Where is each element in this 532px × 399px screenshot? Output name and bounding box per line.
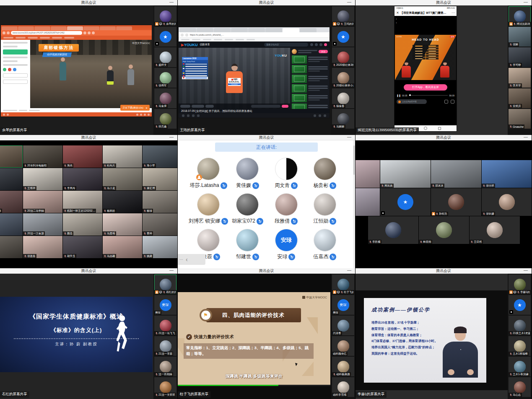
participant-thumbnail[interactable]: 胡升玉 xyxy=(63,236,102,258)
participant-thumbnail[interactable]: 马媚媚 xyxy=(332,109,354,129)
speaker-cell[interactable]: 安琭 安琭 xyxy=(267,229,306,260)
related-video-item[interactable] xyxy=(292,84,328,93)
participant-thumbnail[interactable]: 王玮的屏幕共享 xyxy=(332,6,354,26)
speaker-cell[interactable]: 江恒勋 xyxy=(306,193,344,225)
participant-thumbnail[interactable]: 马心志 xyxy=(509,377,531,397)
nav-recents-icon[interactable] xyxy=(438,127,441,130)
participant-thumbnail[interactable]: 邵冰冰 xyxy=(431,160,481,188)
participant-thumbnail[interactable]: 张盈嘉 xyxy=(23,236,62,258)
participant-thumbnail[interactable]: 二班伍红丽 xyxy=(0,191,23,213)
window-titlebar[interactable]: 腾讯会议 — xyxy=(0,268,177,274)
related-video-item[interactable] xyxy=(292,55,328,64)
participant-thumbnail[interactable]: 姚露 xyxy=(143,236,177,258)
minimize-button[interactable]: — xyxy=(524,268,528,272)
participant-thumbnail[interactable]: 张伟军 xyxy=(154,68,176,88)
participant-thumbnail[interactable]: 动科魏传亿 xyxy=(332,336,354,356)
minimize-button[interactable]: — xyxy=(347,135,351,139)
participant-thumbnail[interactable]: 佘琴的屏幕共享 xyxy=(154,6,176,26)
pause-icon[interactable]: ❚❚ xyxy=(397,94,401,97)
participant-thumbnail[interactable]: 马小龙 xyxy=(103,168,142,190)
participant-thumbnail[interactable]: 海杰 xyxy=(63,145,102,168)
participant-thumbnail[interactable]: 王诗然 xyxy=(470,216,520,244)
window-titlebar[interactable]: 腾讯会议 — xyxy=(0,135,177,140)
participant-thumbnail[interactable]: 孟梓文 xyxy=(154,47,176,67)
participant-thumbnail[interactable]: 李赫1的屏幕共享 xyxy=(509,275,531,294)
participant-thumbnail[interactable]: 王维祥 xyxy=(23,168,62,190)
minimize-button[interactable]: — xyxy=(169,135,174,139)
participant-thumbnail[interactable]: 20级社体班小虎 xyxy=(332,68,354,88)
close-icon[interactable]: ✕ xyxy=(396,11,399,15)
toast-close-icon[interactable]: ✕ xyxy=(145,106,148,109)
scrollbar[interactable] xyxy=(353,140,355,268)
window-titlebar[interactable]: 腾讯会议 — xyxy=(178,268,355,274)
participant-thumbnail[interactable]: 勇 xyxy=(0,145,23,168)
participant-thumbnail[interactable]: 康艺博 xyxy=(143,168,177,190)
channel-card[interactable]: 关注 xyxy=(292,49,328,54)
participant-thumbnail[interactable] xyxy=(356,188,380,216)
minimize-button[interactable]: — xyxy=(169,268,174,272)
bookmarks-bar[interactable] xyxy=(179,38,330,41)
search-input[interactable]: 搜索全站内容 xyxy=(264,43,308,47)
participant-thumbnail[interactable]: 法一肖雨娟 xyxy=(154,357,176,376)
window-titlebar[interactable]: 腾讯会议 — xyxy=(356,268,532,274)
related-video-item[interactable] xyxy=(292,104,328,109)
participant-thumbnail[interactable]: 马晶颖 xyxy=(103,236,142,258)
url-text[interactable]: https://v.youku.com/v_show/id_… xyxy=(190,34,224,36)
participant-thumbnail[interactable]: 李凤玲 xyxy=(63,168,102,190)
bookmarks-bar[interactable] xyxy=(1,36,152,40)
participant-thumbnail[interactable]: 21法一文双双 xyxy=(154,377,176,397)
speaker-cell[interactable]: 胡家宝072 xyxy=(228,193,267,225)
participant-thumbnail[interactable]: 杨家皓 xyxy=(103,191,142,213)
phone-video-area[interactable]: CCTV5 直播 HEAD TO HEAD 打开App，看高清全屏 xyxy=(394,16,457,125)
share-icon[interactable] xyxy=(451,100,454,104)
participant-thumbnail[interactable]: 徐金春 xyxy=(332,88,354,108)
participant-thumbnail[interactable]: 李可铮 xyxy=(509,47,531,67)
participant-thumbnail[interactable]: 党焰滨 xyxy=(509,88,531,108)
participant-thumbnail[interactable]: 动科李雪瑶 xyxy=(332,377,354,397)
window-titlebar[interactable]: 腾讯会议 — xyxy=(356,135,532,140)
participant-thumbnail[interactable]: 21法一李芸 xyxy=(154,336,176,356)
participant-thumbnail[interactable]: 张钦娜 xyxy=(482,188,532,216)
more-icon[interactable]: ⋯ xyxy=(452,11,455,15)
player-controls[interactable] xyxy=(179,104,290,109)
participant-thumbnail[interactable]: 神 xyxy=(0,168,23,190)
open-app-button[interactable]: 打开App，看高清全屏 xyxy=(404,84,447,91)
share-icons[interactable] xyxy=(3,68,28,71)
url-text[interactable]: www.icourse163.org/learn/HUST-1452829165… xyxy=(11,31,82,35)
participant-thumbnail[interactable]: 张媚 xyxy=(509,27,531,47)
participant-thumbnail[interactable]: 土木1-靳清豪 xyxy=(509,357,531,376)
related-video-item[interactable] xyxy=(292,94,328,102)
speaker-cell[interactable]: 伍嘉杰 xyxy=(306,229,344,260)
participant-thumbnail[interactable]: 男 xyxy=(0,236,23,258)
speaker-cell[interactable]: 杨贵彬 xyxy=(306,158,344,189)
participant-thumbnail[interactable]: 20法一汪金源 xyxy=(23,213,62,236)
participant-thumbnail[interactable]: 海小琴 xyxy=(143,145,177,168)
browser-url-bar[interactable]: https://v.youku.com/v_show/id_… xyxy=(179,32,330,38)
participant-thumbnail[interactable]: 21级土木1史建梦 xyxy=(509,316,531,335)
participant-thumbnail[interactable]: 周辰炎 xyxy=(380,160,431,188)
participant-thumbnail[interactable]: 机制一班王岩120202… xyxy=(63,191,102,213)
participant-thumbnail[interactable]: 樊琛 樊琛 xyxy=(332,295,354,315)
participant-thumbnail[interactable]: ★ xyxy=(380,188,431,216)
minimize-button[interactable]: — xyxy=(524,135,528,139)
participant-thumbnail[interactable]: 石红的屏幕共享 xyxy=(154,275,176,294)
participant-thumbnail[interactable]: 颜岳 xyxy=(63,213,102,236)
participant-thumbnail[interactable]: 张佳祺 xyxy=(482,160,532,188)
participant-thumbnail[interactable]: 健 xyxy=(0,213,23,236)
speaker-cell[interactable]: 段雅倩 xyxy=(267,193,306,225)
browser-url-bar[interactable]: www.icourse163.org/learn/HUST-1452829165… xyxy=(1,30,152,36)
playback-progress[interactable]: ❚❚ 00:35 56:09 xyxy=(397,94,454,97)
course-video[interactable]: 肩部锻炼方法 动作视频讲解跟练 中国大学MOOC xyxy=(30,40,152,108)
participant-thumbnail[interactable]: ★ xyxy=(332,27,354,47)
participant-thumbnail[interactable]: 21法一马飞飞 xyxy=(154,316,176,335)
participant-thumbnail[interactable]: 孙祖浩 xyxy=(431,188,481,216)
like-icon[interactable] xyxy=(444,100,448,104)
participant-thumbnail[interactable]: 土木1蒋瑞桦 xyxy=(509,336,531,356)
more-icon[interactable]: ⋯ xyxy=(179,257,183,262)
browser-tab-strip[interactable] xyxy=(179,27,330,32)
participant-thumbnail[interactable]: 2020级社体3班王 xyxy=(332,47,354,67)
minimize-button[interactable]: — xyxy=(347,0,351,4)
participant-thumbnail[interactable]: 20水利水电杨熙 xyxy=(23,145,62,168)
participant-thumbnail[interactable]: ★ xyxy=(154,27,176,47)
participant-thumbnail[interactable]: 搏冠沈凯玚1 xyxy=(509,6,531,26)
